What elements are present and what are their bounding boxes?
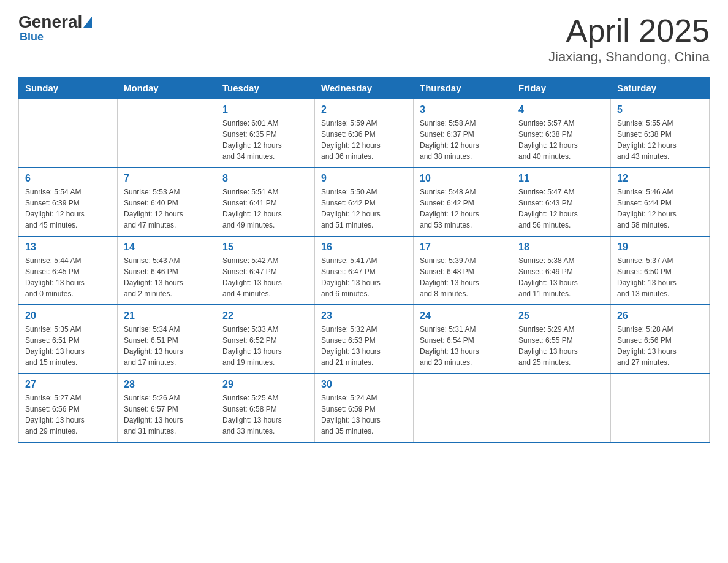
- table-row: 17Sunrise: 5:39 AM Sunset: 6:48 PM Dayli…: [414, 236, 512, 305]
- table-row: 25Sunrise: 5:29 AM Sunset: 6:55 PM Dayli…: [512, 305, 611, 373]
- day-number: 9: [321, 173, 407, 184]
- col-saturday: Saturday: [611, 78, 710, 99]
- table-row: 20Sunrise: 5:35 AM Sunset: 6:51 PM Dayli…: [19, 305, 118, 373]
- day-number: 21: [124, 310, 210, 321]
- table-row: 18Sunrise: 5:38 AM Sunset: 6:49 PM Dayli…: [512, 236, 611, 305]
- day-info: Sunrise: 5:51 AM Sunset: 6:41 PM Dayligh…: [222, 186, 308, 231]
- day-number: 20: [25, 310, 111, 321]
- calendar-week-2: 6Sunrise: 5:54 AM Sunset: 6:39 PM Daylig…: [19, 167, 710, 236]
- day-info: Sunrise: 5:55 AM Sunset: 6:38 PM Dayligh…: [617, 118, 703, 162]
- table-row: 14Sunrise: 5:43 AM Sunset: 6:46 PM Dayli…: [118, 236, 216, 305]
- table-row: 23Sunrise: 5:32 AM Sunset: 6:53 PM Dayli…: [315, 305, 414, 373]
- table-row: 19Sunrise: 5:37 AM Sunset: 6:50 PM Dayli…: [611, 236, 710, 305]
- day-info: Sunrise: 5:26 AM Sunset: 6:57 PM Dayligh…: [124, 393, 210, 437]
- page-header: General Blue April 2025 Jiaxiang, Shando…: [18, 12, 710, 65]
- table-row: 28Sunrise: 5:26 AM Sunset: 6:57 PM Dayli…: [118, 373, 216, 442]
- day-number: 4: [518, 104, 604, 115]
- table-row: 30Sunrise: 5:24 AM Sunset: 6:59 PM Dayli…: [315, 373, 414, 442]
- day-number: 5: [617, 104, 703, 115]
- day-number: 22: [222, 310, 308, 321]
- col-wednesday: Wednesday: [315, 78, 414, 99]
- day-info: Sunrise: 5:29 AM Sunset: 6:55 PM Dayligh…: [518, 324, 604, 368]
- day-info: Sunrise: 5:34 AM Sunset: 6:51 PM Dayligh…: [124, 324, 210, 368]
- calendar-week-5: 27Sunrise: 5:27 AM Sunset: 6:56 PM Dayli…: [19, 373, 710, 442]
- day-info: Sunrise: 5:33 AM Sunset: 6:52 PM Dayligh…: [222, 324, 308, 368]
- table-row: 3Sunrise: 5:58 AM Sunset: 6:37 PM Daylig…: [414, 99, 512, 167]
- table-row: 15Sunrise: 5:42 AM Sunset: 6:47 PM Dayli…: [216, 236, 315, 305]
- calendar-week-3: 13Sunrise: 5:44 AM Sunset: 6:45 PM Dayli…: [19, 236, 710, 305]
- logo-blue: Blue: [18, 31, 44, 44]
- calendar-week-4: 20Sunrise: 5:35 AM Sunset: 6:51 PM Dayli…: [19, 305, 710, 373]
- day-number: 15: [222, 242, 308, 253]
- logo: General Blue: [18, 12, 92, 44]
- day-number: 12: [617, 173, 703, 184]
- table-row: [19, 99, 118, 167]
- table-row: 1Sunrise: 6:01 AM Sunset: 6:35 PM Daylig…: [216, 99, 315, 167]
- table-row: 12Sunrise: 5:46 AM Sunset: 6:44 PM Dayli…: [611, 167, 710, 236]
- day-info: Sunrise: 5:59 AM Sunset: 6:36 PM Dayligh…: [321, 118, 407, 162]
- table-row: 11Sunrise: 5:47 AM Sunset: 6:43 PM Dayli…: [512, 167, 611, 236]
- day-info: Sunrise: 5:58 AM Sunset: 6:37 PM Dayligh…: [420, 118, 506, 162]
- day-info: Sunrise: 5:37 AM Sunset: 6:50 PM Dayligh…: [617, 255, 703, 299]
- day-info: Sunrise: 5:24 AM Sunset: 6:59 PM Dayligh…: [321, 393, 407, 437]
- day-info: Sunrise: 5:57 AM Sunset: 6:38 PM Dayligh…: [518, 118, 604, 162]
- table-row: 26Sunrise: 5:28 AM Sunset: 6:56 PM Dayli…: [611, 305, 710, 373]
- calendar-table: Sunday Monday Tuesday Wednesday Thursday…: [18, 77, 710, 443]
- day-info: Sunrise: 5:27 AM Sunset: 6:56 PM Dayligh…: [25, 393, 111, 437]
- table-row: 6Sunrise: 5:54 AM Sunset: 6:39 PM Daylig…: [19, 167, 118, 236]
- day-info: Sunrise: 5:28 AM Sunset: 6:56 PM Dayligh…: [617, 324, 703, 368]
- logo-triangle-icon: [83, 17, 92, 28]
- day-info: Sunrise: 5:48 AM Sunset: 6:42 PM Dayligh…: [420, 186, 506, 231]
- day-info: Sunrise: 5:39 AM Sunset: 6:48 PM Dayligh…: [420, 255, 506, 299]
- day-info: Sunrise: 5:41 AM Sunset: 6:47 PM Dayligh…: [321, 255, 407, 299]
- col-sunday: Sunday: [19, 78, 118, 99]
- day-number: 25: [518, 310, 604, 321]
- day-info: Sunrise: 5:38 AM Sunset: 6:49 PM Dayligh…: [518, 255, 604, 299]
- col-monday: Monday: [118, 78, 216, 99]
- day-number: 1: [222, 104, 308, 115]
- location-title: Jiaxiang, Shandong, China: [548, 49, 710, 65]
- day-info: Sunrise: 5:47 AM Sunset: 6:43 PM Dayligh…: [518, 186, 604, 231]
- day-number: 18: [518, 242, 604, 253]
- day-number: 27: [25, 379, 111, 390]
- table-row: [512, 373, 611, 442]
- day-number: 24: [420, 310, 506, 321]
- table-row: 7Sunrise: 5:53 AM Sunset: 6:40 PM Daylig…: [118, 167, 216, 236]
- table-row: [118, 99, 216, 167]
- calendar-header-row: Sunday Monday Tuesday Wednesday Thursday…: [19, 78, 710, 99]
- day-number: 3: [420, 104, 506, 115]
- col-tuesday: Tuesday: [216, 78, 315, 99]
- day-info: Sunrise: 6:01 AM Sunset: 6:35 PM Dayligh…: [222, 118, 308, 162]
- day-number: 8: [222, 173, 308, 184]
- table-row: 13Sunrise: 5:44 AM Sunset: 6:45 PM Dayli…: [19, 236, 118, 305]
- day-info: Sunrise: 5:32 AM Sunset: 6:53 PM Dayligh…: [321, 324, 407, 368]
- title-section: April 2025 Jiaxiang, Shandong, China: [548, 12, 710, 65]
- table-row: 5Sunrise: 5:55 AM Sunset: 6:38 PM Daylig…: [611, 99, 710, 167]
- table-row: 29Sunrise: 5:25 AM Sunset: 6:58 PM Dayli…: [216, 373, 315, 442]
- day-number: 11: [518, 173, 604, 184]
- day-number: 14: [124, 242, 210, 253]
- table-row: 4Sunrise: 5:57 AM Sunset: 6:38 PM Daylig…: [512, 99, 611, 167]
- table-row: 27Sunrise: 5:27 AM Sunset: 6:56 PM Dayli…: [19, 373, 118, 442]
- day-info: Sunrise: 5:43 AM Sunset: 6:46 PM Dayligh…: [124, 255, 210, 299]
- table-row: 8Sunrise: 5:51 AM Sunset: 6:41 PM Daylig…: [216, 167, 315, 236]
- table-row: 16Sunrise: 5:41 AM Sunset: 6:47 PM Dayli…: [315, 236, 414, 305]
- table-row: 9Sunrise: 5:50 AM Sunset: 6:42 PM Daylig…: [315, 167, 414, 236]
- day-number: 28: [124, 379, 210, 390]
- day-number: 17: [420, 242, 506, 253]
- day-info: Sunrise: 5:44 AM Sunset: 6:45 PM Dayligh…: [25, 255, 111, 299]
- day-number: 6: [25, 173, 111, 184]
- logo-general: General: [18, 12, 82, 32]
- day-info: Sunrise: 5:25 AM Sunset: 6:58 PM Dayligh…: [222, 393, 308, 437]
- table-row: 24Sunrise: 5:31 AM Sunset: 6:54 PM Dayli…: [414, 305, 512, 373]
- table-row: 21Sunrise: 5:34 AM Sunset: 6:51 PM Dayli…: [118, 305, 216, 373]
- table-row: 2Sunrise: 5:59 AM Sunset: 6:36 PM Daylig…: [315, 99, 414, 167]
- logo-text: General: [18, 12, 92, 32]
- day-number: 7: [124, 173, 210, 184]
- table-row: 22Sunrise: 5:33 AM Sunset: 6:52 PM Dayli…: [216, 305, 315, 373]
- day-info: Sunrise: 5:31 AM Sunset: 6:54 PM Dayligh…: [420, 324, 506, 368]
- table-row: [611, 373, 710, 442]
- day-info: Sunrise: 5:50 AM Sunset: 6:42 PM Dayligh…: [321, 186, 407, 231]
- day-number: 13: [25, 242, 111, 253]
- day-number: 29: [222, 379, 308, 390]
